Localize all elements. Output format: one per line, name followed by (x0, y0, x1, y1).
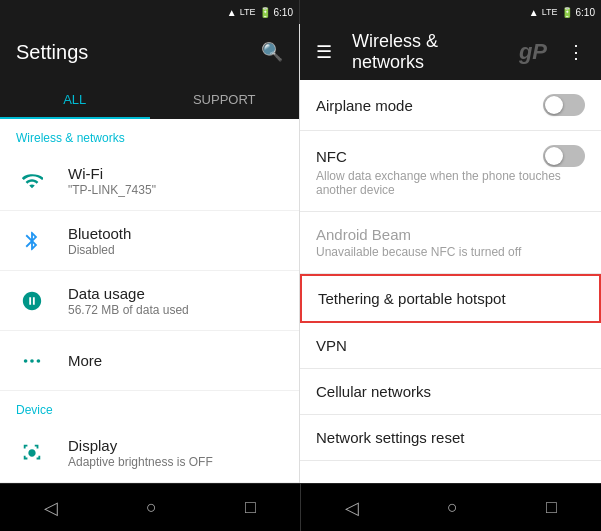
settings-item-data-usage[interactable]: Data usage 56.72 MB of data used (0, 271, 299, 331)
wireless-item-cellular[interactable]: Cellular networks (300, 369, 601, 415)
right-status-bar: ▲ LTE 🔋 6:10 (300, 0, 601, 24)
more-text: More (68, 352, 283, 369)
wifi-icon (16, 170, 48, 192)
bluetooth-subtitle: Disabled (68, 243, 283, 257)
svg-point-2 (37, 359, 41, 363)
left-time: 6:10 (274, 7, 293, 18)
wireless-title: Wireless & networks (352, 31, 499, 73)
vpn-title: VPN (316, 337, 347, 354)
svg-point-1 (30, 359, 34, 363)
left-nav-bar: ◁ ○ □ (0, 483, 301, 531)
right-nav-bar: ◁ ○ □ (301, 483, 601, 531)
section-wireless-header: Wireless & networks (0, 119, 299, 151)
settings-title: Settings (16, 41, 88, 64)
display-icon (16, 442, 48, 464)
menu-button[interactable]: ☰ (316, 41, 332, 63)
signal-icon: ▲ (227, 7, 237, 18)
data-usage-icon (16, 290, 48, 312)
android-beam-title: Android Beam (316, 226, 411, 243)
wireless-list: Airplane mode NFC Allow data exchange wh… (300, 80, 601, 483)
wireless-item-airplane[interactable]: Airplane mode (300, 80, 601, 131)
wifi-text: Wi-Fi "TP-LINK_7435" (68, 165, 283, 197)
right-home-button[interactable]: ○ (431, 489, 474, 526)
section-device-header: Device (0, 391, 299, 423)
airplane-title: Airplane mode (316, 97, 413, 114)
svg-point-0 (24, 359, 28, 363)
wifi-title: Wi-Fi (68, 165, 283, 182)
dual-nav-bar: ◁ ○ □ ◁ ○ □ (0, 483, 601, 531)
right-lte-icon: LTE (542, 7, 558, 17)
settings-tabs: ALL SUPPORT (0, 80, 299, 119)
data-usage-text: Data usage 56.72 MB of data used (68, 285, 283, 317)
nfc-subtitle: Allow data exchange when the phone touch… (316, 169, 585, 197)
tethering-title: Tethering & portable hotspot (318, 290, 506, 307)
wireless-item-android-beam[interactable]: Android Beam Unavailable because NFC is … (300, 212, 601, 274)
data-usage-subtitle: 56.72 MB of data used (68, 303, 283, 317)
wifi-subtitle: "TP-LINK_7435" (68, 183, 283, 197)
right-recent-button[interactable]: □ (530, 489, 573, 526)
nfc-toggle[interactable] (543, 145, 585, 167)
right-battery-icon: 🔋 (561, 7, 573, 18)
settings-panel: Settings 🔍 ALL SUPPORT Wireless & networ… (0, 24, 300, 483)
lte-icon: LTE (240, 7, 256, 17)
more-dots-icon (16, 350, 48, 372)
airplane-toggle[interactable] (543, 94, 585, 116)
wireless-item-vpn[interactable]: VPN (300, 323, 601, 369)
display-text: Display Adaptive brightness is OFF (68, 437, 283, 469)
right-back-button[interactable]: ◁ (329, 489, 375, 527)
right-time: 6:10 (576, 7, 595, 18)
settings-list: Wireless & networks Wi-Fi "TP-LINK_7435" (0, 119, 299, 483)
settings-item-display[interactable]: Display Adaptive brightness is OFF (0, 423, 299, 483)
android-beam-subtitle: Unavailable because NFC is turned off (316, 245, 585, 259)
right-status-icons: ▲ LTE 🔋 6:10 (529, 7, 595, 18)
left-status-icons: ▲ LTE 🔋 6:10 (227, 7, 293, 18)
settings-header: Settings 🔍 (0, 24, 299, 80)
cellular-title: Cellular networks (316, 383, 431, 400)
settings-item-bluetooth[interactable]: Bluetooth Disabled (0, 211, 299, 271)
more-options-button[interactable]: ⋮ (567, 41, 585, 63)
display-title: Display (68, 437, 283, 454)
bluetooth-text: Bluetooth Disabled (68, 225, 283, 257)
search-button[interactable]: 🔍 (261, 41, 283, 63)
more-title: More (68, 352, 283, 369)
tab-support[interactable]: SUPPORT (150, 80, 300, 119)
wireless-header: ☰ Wireless & networks gP ⋮ (300, 24, 601, 80)
left-home-button[interactable]: ○ (130, 489, 173, 526)
wireless-item-network-reset[interactable]: Network settings reset (300, 415, 601, 461)
wireless-item-nfc[interactable]: NFC Allow data exchange when the phone t… (300, 131, 601, 212)
settings-item-more[interactable]: More (0, 331, 299, 391)
nfc-title: NFC (316, 148, 347, 165)
wireless-item-tethering[interactable]: Tethering & portable hotspot (300, 274, 601, 323)
right-signal-icon: ▲ (529, 7, 539, 18)
tab-all[interactable]: ALL (0, 80, 150, 119)
display-subtitle: Adaptive brightness is OFF (68, 455, 283, 469)
bluetooth-title: Bluetooth (68, 225, 283, 242)
wireless-networks-panel: ☰ Wireless & networks gP ⋮ Airplane mode… (300, 24, 601, 483)
watermark: gP (519, 39, 547, 65)
network-reset-title: Network settings reset (316, 429, 464, 446)
data-usage-title: Data usage (68, 285, 283, 302)
bluetooth-icon (16, 230, 48, 252)
left-back-button[interactable]: ◁ (28, 489, 74, 527)
left-recent-button[interactable]: □ (229, 489, 272, 526)
battery-icon: 🔋 (259, 7, 271, 18)
left-status-bar: ▲ LTE 🔋 6:10 (0, 0, 300, 24)
settings-item-wifi[interactable]: Wi-Fi "TP-LINK_7435" (0, 151, 299, 211)
